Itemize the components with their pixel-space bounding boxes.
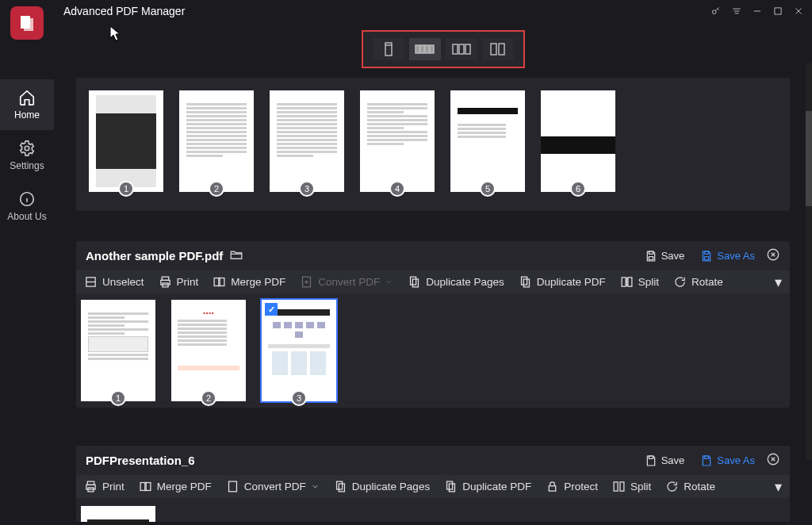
scrollbar-thumb[interactable] xyxy=(806,111,812,206)
app-title: Advanced PDF Manager xyxy=(63,5,185,17)
svg-rect-45 xyxy=(339,484,344,492)
sidebar: Home Settings About Us xyxy=(0,0,54,525)
check-icon: ✓ xyxy=(265,303,278,316)
svg-rect-1 xyxy=(775,8,781,14)
file-group-header: Another sample PDF.pdf Save Save As xyxy=(76,241,790,270)
page-thumbnail[interactable]: 2 xyxy=(179,90,254,192)
key-icon[interactable] xyxy=(706,2,726,21)
page-thumbnail[interactable]: 6 xyxy=(541,90,615,192)
content-area: 1 2 3 4 5 6 xyxy=(60,27,804,522)
svg-rect-13 xyxy=(459,44,464,54)
page-thumbnail[interactable]: ✓ 3 xyxy=(262,300,336,401)
unselect-button[interactable]: Unselect xyxy=(84,275,144,289)
save-button[interactable]: Save xyxy=(640,248,690,264)
svg-rect-36 xyxy=(705,456,709,458)
window-controls xyxy=(706,2,809,21)
open-folder-icon[interactable] xyxy=(229,247,243,264)
menu-icon[interactable] xyxy=(726,2,747,21)
svg-point-4 xyxy=(25,146,29,151)
view-grid2-button[interactable] xyxy=(482,38,514,60)
svg-rect-19 xyxy=(705,251,709,254)
convert-button[interactable]: Convert PDF xyxy=(300,275,393,289)
save-as-button[interactable]: Save As xyxy=(695,453,760,469)
view-grid4-button[interactable] xyxy=(446,38,477,60)
rotate-button[interactable]: Rotate xyxy=(665,480,715,493)
page-thumbnail[interactable]: 5 xyxy=(450,90,525,192)
file-name: Another sample PDF.pdf xyxy=(86,249,223,262)
svg-rect-23 xyxy=(162,277,169,280)
page-number-badge: 4 xyxy=(389,181,405,197)
merge-button[interactable]: Merge PDF xyxy=(213,275,285,289)
protect-button[interactable]: Protect xyxy=(546,480,598,493)
sidebar-item-home[interactable]: Home xyxy=(0,79,54,130)
page-thumbnail[interactable]: 1 xyxy=(89,90,163,192)
page-thumbnail[interactable]: ■ ■ ■ ■ 2 xyxy=(171,300,246,401)
svg-rect-33 xyxy=(622,278,626,286)
minimize-button[interactable] xyxy=(747,2,768,21)
file-group-header: PDFPresentation_6 Save Save As xyxy=(76,446,790,475)
thumbnail-row: 1 ■ ■ ■ ■ 2 ✓ 3 xyxy=(76,293,790,408)
svg-rect-30 xyxy=(413,279,419,287)
toolbar-more-icon[interactable]: ▾ xyxy=(775,483,782,491)
svg-rect-44 xyxy=(336,481,342,489)
sidebar-item-settings[interactable]: Settings xyxy=(0,130,54,181)
page-thumbnail[interactable]: 4 xyxy=(360,90,435,192)
view-single-button[interactable] xyxy=(373,38,404,60)
print-button[interactable]: Print xyxy=(84,480,124,493)
svg-rect-14 xyxy=(465,44,470,54)
svg-rect-49 xyxy=(614,482,618,491)
convert-button[interactable]: Convert PDF xyxy=(226,480,320,493)
page-number-badge: 2 xyxy=(209,181,224,197)
rotate-button[interactable]: Rotate xyxy=(673,275,723,289)
svg-rect-43 xyxy=(228,481,236,492)
sidebar-item-about[interactable]: About Us xyxy=(0,181,54,232)
split-button[interactable]: Split xyxy=(620,275,659,289)
page-thumbnail[interactable]: 3 xyxy=(270,90,344,192)
app-logo-icon xyxy=(10,6,44,40)
svg-rect-17 xyxy=(649,251,653,254)
svg-rect-10 xyxy=(425,45,429,53)
file-group: Another sample PDF.pdf Save Save As Unse… xyxy=(76,241,790,408)
print-button[interactable]: Print xyxy=(159,275,199,289)
svg-rect-50 xyxy=(620,482,624,491)
svg-rect-16 xyxy=(499,44,504,55)
maximize-button[interactable] xyxy=(768,2,788,21)
page-number-badge: 3 xyxy=(291,390,307,406)
svg-rect-38 xyxy=(87,481,94,485)
svg-point-0 xyxy=(712,10,716,14)
duplicate-pages-button[interactable]: Duplicate Pages xyxy=(334,480,430,493)
page-number-badge: 3 xyxy=(299,181,315,197)
svg-rect-48 xyxy=(549,486,556,491)
file-group: PDFPresentation_6 Save Save As Print Mer… xyxy=(76,446,790,522)
svg-rect-46 xyxy=(447,481,453,489)
svg-rect-11 xyxy=(430,45,434,53)
close-file-icon[interactable] xyxy=(766,247,780,264)
duplicate-pdf-button[interactable]: Duplicate PDF xyxy=(519,275,606,289)
toolbar-more-icon[interactable]: ▾ xyxy=(775,278,782,286)
save-as-button[interactable]: Save As xyxy=(695,248,760,264)
sidebar-item-label: Home xyxy=(14,109,40,121)
save-button[interactable]: Save xyxy=(640,453,690,469)
svg-rect-12 xyxy=(453,44,458,54)
close-file-icon[interactable] xyxy=(766,452,780,469)
svg-rect-34 xyxy=(628,278,632,286)
page-thumbnail[interactable]: 1 xyxy=(81,300,155,401)
view-continuous-button[interactable] xyxy=(409,38,441,60)
page-thumbnail[interactable] xyxy=(81,506,155,522)
page-number-badge: 6 xyxy=(570,181,586,197)
duplicate-pages-button[interactable]: Duplicate Pages xyxy=(408,275,504,289)
page-number-badge: 5 xyxy=(480,181,496,197)
svg-rect-18 xyxy=(649,256,653,259)
close-button[interactable] xyxy=(788,2,809,21)
title-bar: Advanced PDF Manager xyxy=(0,0,812,22)
split-button[interactable]: Split xyxy=(612,480,651,493)
duplicate-pdf-button[interactable]: Duplicate PDF xyxy=(444,480,531,493)
svg-rect-35 xyxy=(649,456,653,458)
svg-rect-31 xyxy=(521,277,527,285)
merge-button[interactable]: Merge PDF xyxy=(139,480,212,493)
svg-rect-20 xyxy=(705,256,709,259)
svg-rect-15 xyxy=(491,44,496,55)
sidebar-item-label: About Us xyxy=(7,211,46,222)
page-number-badge: 1 xyxy=(110,390,126,406)
view-switcher xyxy=(362,30,525,68)
